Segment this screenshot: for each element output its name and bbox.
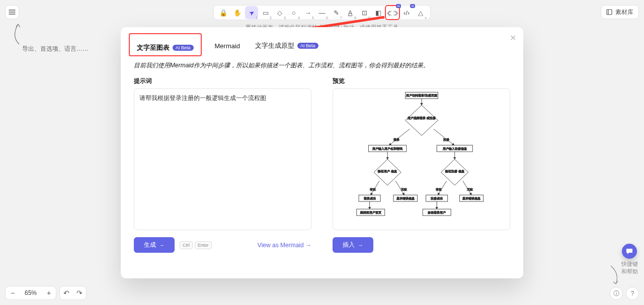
ai-beta-badge: AI Beta	[173, 45, 194, 51]
ellipse-tool[interactable]: ○4	[287, 6, 300, 19]
svg-line-9	[433, 129, 454, 145]
chat-fab[interactable]	[622, 244, 637, 259]
svg-text:注册成功: 注册成功	[431, 196, 443, 200]
insert-button-label: 插入	[343, 241, 355, 249]
insert-button[interactable]: 插入→	[333, 237, 373, 253]
svg-text:显示错误信息: 显示错误信息	[396, 196, 414, 200]
prompt-input[interactable]	[134, 88, 311, 230]
svg-text:验证注册
信息: 验证注册 信息	[445, 169, 464, 173]
svg-text:用户选择登录
或注册: 用户选择登录 或注册	[408, 116, 436, 120]
svg-text:无效: 无效	[401, 187, 407, 191]
ai-beta-badge: AI Beta	[297, 43, 318, 49]
svg-text:有效: 有效	[436, 187, 442, 191]
draw-tool[interactable]: ✎7	[330, 6, 343, 19]
svg-text:自动登录用户: 自动登录用户	[428, 211, 446, 214]
svg-text:用户输入用户名和密码: 用户输入用户名和密码	[372, 147, 403, 150]
eraser-tool[interactable]: ◧0	[372, 6, 385, 19]
svg-text:有效: 有效	[369, 187, 375, 191]
tab-mermaid[interactable]: Mermaid	[213, 39, 243, 53]
ai-diagram-tool[interactable]: ⦓⦔AI	[386, 6, 399, 19]
modal-tabs: 文字至图表 AI Beta Mermaid 文字生成原型 AI Beta	[134, 35, 510, 56]
tab-text-to-prototype[interactable]: 文字生成原型 AI Beta	[253, 38, 320, 53]
generate-button[interactable]: 生成→	[134, 237, 175, 253]
line-tool[interactable]: —6	[315, 6, 329, 19]
annotation-arrow-2	[609, 265, 622, 285]
svg-text:登录: 登录	[393, 138, 399, 141]
library-icon	[606, 9, 612, 15]
info-button[interactable]: ⓘ	[610, 287, 623, 300]
zoom-in-button[interactable]: +	[42, 286, 56, 299]
svg-text:显示错误信息: 显示错误信息	[462, 196, 480, 200]
svg-text:无效: 无效	[467, 187, 473, 191]
svg-text:用户输入注册信息: 用户输入注册信息	[442, 147, 466, 150]
svg-text:登录成功: 登录成功	[363, 196, 375, 200]
undo-button[interactable]: ↶	[60, 286, 73, 299]
material-library-label: 素材库	[615, 8, 633, 17]
prompt-column: 提示词 生成→ Ctrl Enter View as Mermaid →	[134, 77, 311, 253]
keyboard-hint: Ctrl Enter	[180, 241, 212, 249]
zoom-out-button[interactable]: −	[6, 286, 20, 299]
lock-tool[interactable]: 🔒	[217, 6, 230, 19]
flowchart-preview: 用户访问登录/注册页面 用户选择登录 或注册 登录 注册 用户输入用户名和密码 …	[341, 89, 502, 230]
svg-text:用户访问登录/注册页面: 用户访问登录/注册页面	[406, 93, 437, 97]
image-tool[interactable]: ⊡9	[358, 6, 371, 19]
shapes-tool[interactable]: △c	[414, 6, 427, 19]
view-as-mermaid-link[interactable]: View as Mermaid →	[258, 242, 311, 249]
ai-code-tool[interactable]: ‹/›AI	[400, 6, 413, 19]
rectangle-tool[interactable]: ▭2	[259, 6, 272, 19]
generate-button-label: 生成	[144, 241, 156, 249]
tab-label: 文字生成原型	[255, 41, 294, 50]
main-menu-button[interactable]	[5, 5, 19, 19]
prompt-header: 提示词	[134, 77, 311, 85]
annotation-text-1: 导出、首选项、语言……	[22, 45, 89, 53]
menu-icon	[9, 9, 16, 16]
material-library-button[interactable]: 素材库	[601, 5, 639, 19]
tab-label: Mermaid	[215, 42, 240, 50]
svg-line-7	[389, 129, 410, 145]
diamond-tool[interactable]: ◇3	[273, 6, 286, 19]
ai-diagram-modal: ✕ 文字至图表 AI Beta Mermaid 文字生成原型 AI Beta 目…	[121, 27, 523, 278]
svg-rect-0	[607, 10, 612, 15]
select-tool[interactable]: ➤1	[245, 6, 258, 19]
modal-close-button[interactable]: ✕	[510, 33, 516, 43]
modal-note-text: 目前我们使用Mermaid作为中间步骤，所以如果你描述一个图表、工作流程、流程图…	[134, 61, 510, 70]
zoom-controls: − 65% + ↶ ↷	[5, 286, 87, 300]
redo-button[interactable]: ↷	[73, 286, 86, 299]
hand-tool[interactable]: ✋	[231, 6, 244, 19]
tab-text-to-diagram[interactable]: 文字至图表 AI Beta	[129, 33, 202, 56]
text-tool[interactable]: A8	[344, 6, 357, 19]
svg-text:注册: 注册	[443, 138, 449, 141]
tab-label: 文字至图表	[137, 43, 170, 52]
help-button[interactable]: ?	[626, 287, 639, 300]
svg-text:验证用户
信息: 验证用户 信息	[378, 169, 397, 173]
annotation-text-2: 快捷键 和帮助	[621, 260, 638, 275]
annotation-arrow-1	[9, 21, 24, 45]
preview-column: 预览 用户访问登录/注册页面 用户选择登录 或注册 登录 注册 用户输入用	[333, 77, 510, 253]
help-buttons: ⓘ ?	[610, 287, 639, 300]
preview-header: 预览	[333, 77, 510, 85]
svg-text:跳转至用户首页: 跳转至用户首页	[360, 211, 381, 214]
preview-box: 用户访问登录/注册页面 用户选择登录 或注册 登录 注册 用户输入用户名和密码 …	[333, 88, 510, 230]
arrow-tool[interactable]: →5	[301, 6, 314, 19]
top-toolbar: 🔒 ✋ ➤1 ▭2 ◇3 ○4 →5 —6 ✎7 A8 ⊡9 ◧0 ⦓⦔AI ‹…	[213, 5, 431, 20]
chat-icon	[625, 247, 633, 255]
zoom-percentage[interactable]: 65%	[20, 289, 42, 296]
